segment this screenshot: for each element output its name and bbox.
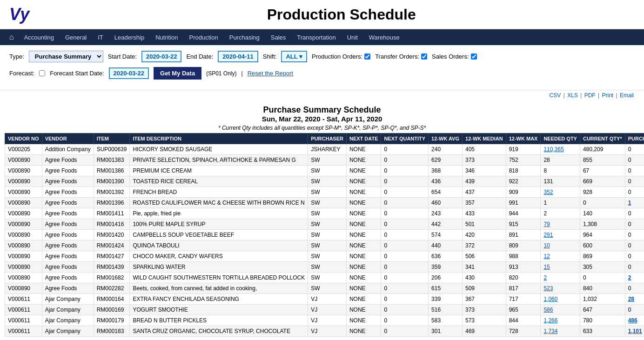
- forecast-checkbox[interactable]: [39, 70, 45, 76]
- sales-orders-label: Sales Orders:: [432, 53, 469, 60]
- end-date-field[interactable]: 2020-04-11: [218, 51, 258, 62]
- start-date-field[interactable]: 2020-03-22: [141, 51, 182, 62]
- nav-sales[interactable]: Sales: [265, 30, 292, 45]
- table-cell: 636: [429, 251, 463, 262]
- nav-purchasing[interactable]: Purchasing: [224, 30, 265, 45]
- home-icon[interactable]: ⌂: [5, 29, 19, 45]
- table-cell: Agree Foods: [42, 251, 94, 262]
- needed-qty-link[interactable]: 15: [541, 262, 580, 273]
- export-csv[interactable]: CSV: [550, 92, 561, 99]
- table-cell: RM002282: [94, 283, 130, 294]
- table-cell: Beets, cooked, from canned, fat added in…: [130, 283, 308, 294]
- needed-qty-link[interactable]: 10: [541, 240, 580, 251]
- table-row: V000890Agree FoodsRM001390TOASTED RICE C…: [5, 176, 644, 187]
- table-cell: V000890: [5, 176, 42, 187]
- table-cell: 341: [463, 262, 506, 273]
- sales-orders-checkbox[interactable]: [471, 53, 477, 60]
- purch-qty-cell[interactable]: 2: [625, 273, 644, 283]
- purch-qty-cell[interactable]: 486: [625, 315, 644, 326]
- table-cell: SW: [308, 187, 347, 198]
- nav-leadership[interactable]: Leadership: [109, 30, 150, 45]
- nav-accounting[interactable]: Accounting: [19, 30, 60, 45]
- needed-qty-link[interactable]: 352: [541, 187, 580, 198]
- transfer-orders-checkbox[interactable]: [421, 53, 427, 60]
- needed-qty-link[interactable]: 523: [541, 283, 580, 294]
- table-cell: VJ: [308, 315, 347, 326]
- nav-transportation[interactable]: Transportation: [291, 30, 341, 45]
- table-cell: NONE: [346, 262, 381, 273]
- nav-it[interactable]: IT: [92, 30, 109, 45]
- table-cell: NONE: [346, 187, 381, 198]
- table-cell: 0: [381, 251, 429, 262]
- needed-qty-link[interactable]: 110,365: [541, 144, 580, 155]
- table-row: V000890Agree FoodsRM001420CAMPBELLS SOUP…: [5, 230, 644, 240]
- table-cell: Ajar Company: [42, 326, 94, 337]
- purch-qty-cell: 0: [625, 144, 644, 155]
- col-header: PURCH QTY: [625, 133, 644, 144]
- table-row: V000890Agree FoodsRM002282Beets, cooked,…: [5, 283, 644, 294]
- export-pdf[interactable]: PDF: [584, 92, 596, 99]
- needed-qty-link[interactable]: 2: [541, 273, 580, 283]
- page-title: Production Schedule: [48, 6, 635, 23]
- forecast-label: Forecast:: [9, 70, 34, 77]
- table-cell: V000611: [5, 294, 42, 305]
- controls-panel: Type: Purchase Summary Start Date: 2020-…: [0, 45, 644, 90]
- nav-general[interactable]: General: [60, 30, 92, 45]
- table-cell: Pie, apple, fried pie: [130, 208, 308, 219]
- shift-label: Shift:: [263, 53, 277, 60]
- needed-qty-link[interactable]: 291: [541, 230, 580, 240]
- prod-orders-checkbox[interactable]: [364, 53, 370, 60]
- table-cell: 818: [506, 166, 541, 176]
- table-row: V000890Agree FoodsRM001386PREMIUM ICE CR…: [5, 166, 644, 176]
- table-cell: 0: [580, 198, 625, 208]
- table-cell: NONE: [346, 251, 381, 262]
- table-cell: PREMIUM ICE CREAM: [130, 166, 308, 176]
- nav-production[interactable]: Production: [184, 30, 224, 45]
- top-header: Vy Production Schedule: [0, 0, 644, 29]
- table-cell: V000890: [5, 198, 42, 208]
- table-cell: NONE: [346, 326, 381, 337]
- needed-qty-link[interactable]: 1,266: [541, 315, 580, 326]
- table-cell: 100% PURE MAPLE SYRUP: [130, 219, 308, 230]
- needed-qty-link[interactable]: 12: [541, 251, 580, 262]
- table-cell: SW: [308, 283, 347, 294]
- col-header: PURCHASER: [308, 133, 347, 144]
- table-cell: 574: [429, 230, 463, 240]
- needed-qty-link[interactable]: 586: [541, 305, 580, 315]
- needed-qty-link[interactable]: 1,060: [541, 294, 580, 305]
- start-date-label: Start Date:: [108, 53, 137, 60]
- table-cell: 1,032: [580, 294, 625, 305]
- col-header: NEXT DATE: [346, 133, 381, 144]
- table-row: V000205Addition CompanySUP000639HICKORY …: [5, 144, 644, 155]
- export-print[interactable]: Print: [602, 92, 613, 99]
- shift-select[interactable]: ALL ▾: [281, 51, 307, 62]
- nav-unit[interactable]: Unit: [342, 30, 363, 45]
- table-cell: 964: [580, 230, 625, 240]
- table-cell: 305: [580, 262, 625, 273]
- table-cell: SW: [308, 198, 347, 208]
- reset-report-link[interactable]: Reset the Report: [248, 70, 293, 77]
- purch-qty-cell[interactable]: 28: [625, 294, 644, 305]
- purchase-summary-table: VENDOR NOVENDORITEMITEM DESCRIPTIONPURCH…: [5, 133, 644, 337]
- get-data-button[interactable]: Get My Data: [154, 67, 201, 80]
- table-cell: 28: [541, 155, 580, 166]
- export-xls[interactable]: XLS: [567, 92, 578, 99]
- table-cell: V000890: [5, 240, 42, 251]
- table-cell: 991: [506, 198, 541, 208]
- nav-warehouse[interactable]: Warehouse: [363, 30, 405, 45]
- table-cell: Agree Foods: [42, 208, 94, 219]
- nav-nutrition[interactable]: Nutrition: [150, 30, 183, 45]
- purch-qty-cell: 0: [625, 166, 644, 176]
- col-header: ITEM DESCRIPTION: [130, 133, 308, 144]
- col-header: VENDOR: [42, 133, 94, 144]
- needed-qty-link[interactable]: 79: [541, 219, 580, 230]
- type-select[interactable]: Purchase Summary: [29, 51, 103, 62]
- needed-qty-link[interactable]: 1,734: [541, 326, 580, 337]
- table-cell: RM001396: [94, 198, 130, 208]
- purch-qty-cell[interactable]: 1: [625, 198, 644, 208]
- table-row: V000611Ajar CompanyRM000169YOGURT SMOOTH…: [5, 305, 644, 315]
- purch-qty-cell[interactable]: 1,101: [625, 326, 644, 337]
- table-cell: Ajar Company: [42, 315, 94, 326]
- export-email[interactable]: Email: [620, 92, 634, 99]
- forecast-start-date[interactable]: 2020-03-22: [109, 67, 149, 79]
